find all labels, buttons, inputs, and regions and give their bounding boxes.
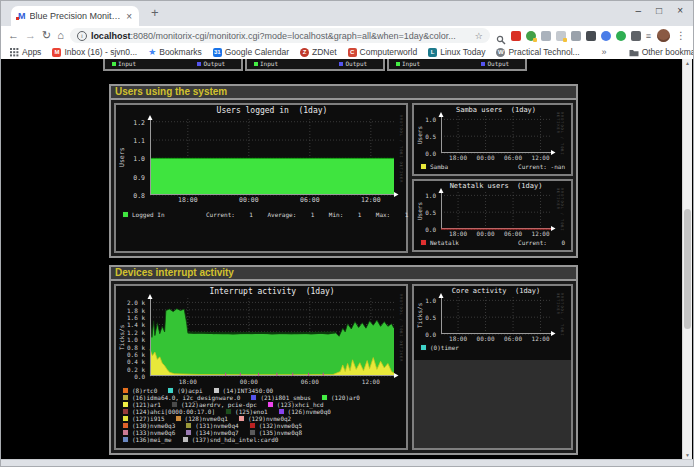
legend-label: (126)nvme0q0 [288, 408, 331, 415]
x-tick-label: 00:00 [233, 378, 265, 385]
search-extension-icon[interactable] [496, 31, 506, 41]
section-devices: Devices interrupt activity Interrupt act… [109, 265, 578, 455]
legend-swatch [185, 429, 192, 436]
legend-current: Current: -nan [518, 163, 565, 170]
bookmark-apps[interactable]: Apps [10, 47, 41, 57]
bookmark-computerworld[interactable]: CComputerworld [348, 47, 418, 57]
legend-swatch [267, 401, 274, 408]
bookmark-site-icon: C [348, 48, 357, 57]
bookmark-zdnet[interactable]: ZZDNet [300, 47, 337, 57]
legend-item: (133)nvme0q6 [122, 429, 175, 436]
bookmark-linux-today[interactable]: LLinux Today [428, 47, 485, 57]
bookmark-star-icon[interactable]: ☆ [475, 31, 483, 41]
graph-samba-users[interactable]: Samba users (1day)UsersRRDTOOL / TOBI OE… [412, 103, 573, 176]
y-tick-label: 0.0 [414, 331, 436, 338]
back-icon[interactable]: ← [8, 30, 19, 41]
legend-swatch [122, 422, 129, 429]
y-tick-label: 1.6 k [116, 314, 145, 321]
legend-row: SambaCurrent: -nan [420, 163, 567, 171]
legend-item: (121)ar1 [122, 401, 161, 408]
menu-icon[interactable]: ⋮ [676, 30, 686, 41]
x-tick-label: 18:00 [172, 196, 204, 204]
legend-label: Logged In [132, 211, 165, 218]
legend-item: (0)timer [420, 344, 459, 351]
bookmark-bookmarks[interactable]: ★Bookmarks [148, 47, 202, 57]
url-text[interactable]: localhost:8080/monitorix-cgi/monitorix.c… [91, 31, 471, 41]
y-tick-label: 0.5 [414, 314, 436, 321]
green-extension-icon[interactable] [616, 31, 626, 41]
bookmark-inbox[interactable]: MInbox (16) - sjvn0... [52, 47, 137, 57]
tab-title: Blue Precision Monitorix [30, 11, 123, 21]
graph-interrupt-activity[interactable]: Interrupt activity (1day)Ticks/sRRDTOOL … [114, 284, 408, 450]
plot-area [150, 119, 394, 195]
globe-extension-icon[interactable] [526, 31, 536, 41]
bookmark-site-icon: M [52, 48, 61, 57]
maximize-button[interactable]: □ [656, 5, 662, 16]
legend-swatch [122, 436, 129, 443]
extension-badge [563, 38, 567, 42]
section-devices-body: Interrupt activity (1day)Ticks/sRRDTOOL … [111, 281, 576, 453]
graph-title: Users logged in (1day) [138, 106, 406, 115]
minimize-button[interactable]: – [636, 5, 642, 16]
scroll-up-icon[interactable]: ▲ [683, 59, 692, 68]
legend-item: (123)xhci_hcd [267, 401, 324, 408]
bookmark-practical-technology[interactable]: WPractical Technol... [496, 47, 579, 57]
playlist-extension-icon[interactable]: ≡ [646, 31, 651, 41]
new-tab-button[interactable]: + [151, 5, 159, 20]
dark-extension-icon[interactable] [586, 31, 596, 41]
page-scrollbar[interactable]: ▲ ▼ [682, 59, 692, 460]
profile-avatar[interactable] [657, 29, 670, 42]
legend-label: (134)nvme0q7 [195, 429, 238, 436]
y-tick-label: 1.0 [414, 192, 436, 199]
legend-swatch [171, 401, 178, 408]
legend-swatch [249, 429, 256, 436]
network-graph-partial[interactable]: InputOutput [103, 59, 243, 71]
browser-tab[interactable]: M Blue Precision Monitorix × [11, 6, 139, 26]
legend-swatch [213, 387, 220, 394]
bookmark-other-bookmarks[interactable]: Other bookmarks [629, 47, 694, 57]
legend-item: Input [254, 60, 278, 67]
legend-label: (128)nvme0q1 [185, 415, 228, 422]
scrollbar-thumb[interactable] [684, 209, 691, 329]
pages-extension-icon[interactable] [541, 31, 551, 41]
legend-swatch [250, 394, 257, 401]
tab-close-icon[interactable]: × [126, 11, 132, 22]
puzzle-extension-icon[interactable] [631, 31, 641, 41]
legend-item: (8)rtc0 [122, 387, 157, 394]
zoom-extension-icon[interactable] [601, 31, 611, 41]
bookmark-label: Computerworld [360, 47, 418, 57]
site-info-icon[interactable]: i [77, 31, 87, 41]
graph-core-activity-panel[interactable]: Core activity (1day)Ticks/sRRDTOOL / TOB… [412, 284, 573, 450]
network-graph-partial[interactable]: InputOutput [387, 59, 527, 71]
browser-toolbar: ← → ↻ ⌂ i localhost:8080/monitorix-cgi/m… [1, 26, 693, 45]
y-tick-label: 0.0 [414, 150, 436, 157]
legend-item: (132)nvme0q5 [249, 422, 302, 429]
graph-users-logged-in[interactable]: Users logged in (1day)UsersRRDTOOL / TOB… [114, 103, 408, 253]
bookmark-google-calendar[interactable]: 31Google Calendar [213, 47, 289, 57]
x-tick-label: 12:00 [355, 378, 387, 385]
box-extension-icon[interactable] [556, 31, 566, 41]
plot-area [441, 116, 551, 153]
graph-netatalk-users[interactable]: Netatalk users (1day)UsersRRDTOOL / TOBI… [412, 179, 573, 252]
url-path: :8080/monitorix-cgi/monitorix.cgi?mode=l… [130, 31, 455, 41]
legend-swatch [122, 211, 129, 218]
legend-label: (127)i915 [132, 415, 165, 422]
legend-item: (137)snd_hda_intel:card0 [182, 436, 279, 443]
bookmarks-overflow-icon[interactable]: » [602, 47, 607, 57]
legend-label: (124)ahci[0000:00:17.0] [132, 408, 215, 415]
audio-extension-icon[interactable] [571, 31, 581, 41]
network-graph-partial[interactable]: InputOutput [245, 59, 385, 71]
close-button[interactable]: × [677, 5, 683, 16]
x-tick-label: 12:00 [355, 196, 387, 204]
reload-icon[interactable]: ↻ [42, 30, 51, 41]
forward-icon[interactable]: → [25, 30, 36, 41]
legend-swatch [122, 394, 129, 401]
legend-item: (127)i915 [122, 415, 165, 422]
legend-item: Logged In [122, 211, 165, 218]
mail-extension-icon[interactable] [511, 31, 521, 41]
y-tick-label: 1.0 [116, 155, 145, 163]
address-bar[interactable]: i localhost:8080/monitorix-cgi/monitorix… [70, 28, 490, 43]
legend-swatch [122, 408, 129, 415]
home-icon[interactable]: ⌂ [57, 30, 64, 41]
graph-core-activity[interactable]: Core activity (1day)Ticks/sRRDTOOL / TOB… [414, 286, 571, 360]
